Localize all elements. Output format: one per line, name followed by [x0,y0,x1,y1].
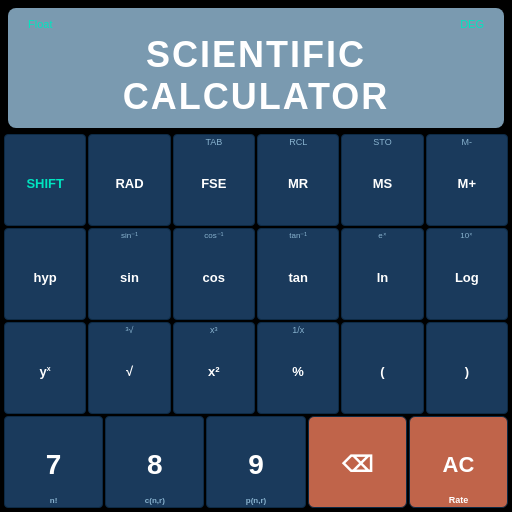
ac-button[interactable]: AC Rate [409,416,508,508]
pnr-label: p(n,r) [207,496,304,505]
eight-button[interactable]: 8 c(n,r) [105,416,204,508]
tan-label: tan [288,270,308,285]
percent-button[interactable]: 1/x % [257,322,339,414]
mr-label: MR [288,176,308,191]
sto-label: STO [342,137,422,147]
calculator: Float DEG SCIENTIFIC CALCULATOR SHIFT RA… [0,0,512,512]
log-label: Log [455,270,479,285]
log-button[interactable]: 10ˣ Log [426,228,508,320]
cbrt-label: ³√ [89,325,169,335]
eight-label: 8 [147,449,163,481]
fse-label: FSE [201,176,226,191]
rparen-button[interactable]: ) [426,322,508,414]
x2-label: x² [208,364,220,379]
lparen-label: ( [380,364,384,379]
seven-label: 7 [46,449,62,481]
nfact-label: n! [5,496,102,505]
button-row-1: SHIFT RAD TAB FSE RCL MR STO MS M- M+ [4,134,508,226]
button-row-2: hyp sin⁻¹ sin cos⁻¹ cos tan⁻¹ tan eˣ ln … [4,228,508,320]
yx-button[interactable]: yx [4,322,86,414]
mminus-label: M- [427,137,507,147]
float-label: Float [28,18,52,30]
mplus-label: M+ [458,176,476,191]
ac-label: AC [443,452,475,478]
delete-button[interactable]: ⌫ [308,416,407,508]
delete-label: ⌫ [342,452,373,478]
rparen-label: ) [465,364,469,379]
shift-button[interactable]: SHIFT [4,134,86,226]
display-area: Float DEG SCIENTIFIC CALCULATOR [8,8,504,128]
nine-button[interactable]: 9 p(n,r) [206,416,305,508]
lparen-button[interactable]: ( [341,322,423,414]
sin-label: sin [120,270,139,285]
percent-label: % [292,364,304,379]
display-top-labels: Float DEG [28,18,484,30]
sqrt-label: √ [126,364,133,379]
tab-label: TAB [174,137,254,147]
arcsin-label: sin⁻¹ [89,231,169,240]
yx-label: yx [40,364,51,379]
deg-label: DEG [460,18,484,30]
ln-button[interactable]: eˣ ln [341,228,423,320]
10x-label: 10ˣ [427,231,507,240]
rate-label: Rate [410,495,507,505]
rcl-label: RCL [258,137,338,147]
mplus-button[interactable]: M- M+ [426,134,508,226]
fse-button[interactable]: TAB FSE [173,134,255,226]
cos-button[interactable]: cos⁻¹ cos [173,228,255,320]
cnr-label: c(n,r) [106,496,203,505]
x3-label: x³ [174,325,254,335]
sin-button[interactable]: sin⁻¹ sin [88,228,170,320]
ln-label: ln [377,270,389,285]
hyp-button[interactable]: hyp [4,228,86,320]
arctan-label: tan⁻¹ [258,231,338,240]
hyp-label: hyp [34,270,57,285]
reciprocal-label: 1/x [258,325,338,335]
nine-label: 9 [248,449,264,481]
ms-label: MS [373,176,393,191]
buttons-container: SHIFT RAD TAB FSE RCL MR STO MS M- M+ [0,132,512,512]
display-main: SCIENTIFIC CALCULATOR [28,34,484,118]
ms-button[interactable]: STO MS [341,134,423,226]
cos-label: cos [203,270,225,285]
shift-label: SHIFT [26,176,64,191]
arccos-label: cos⁻¹ [174,231,254,240]
seven-button[interactable]: 7 n! [4,416,103,508]
tan-button[interactable]: tan⁻¹ tan [257,228,339,320]
button-row-4: 7 n! 8 c(n,r) 9 p(n,r) ⌫ AC Rate [4,416,508,508]
button-row-3: yx ³√ √ x³ x² 1/x % ( ) [4,322,508,414]
sqrt-button[interactable]: ³√ √ [88,322,170,414]
mr-button[interactable]: RCL MR [257,134,339,226]
rad-button[interactable]: RAD [88,134,170,226]
x2-button[interactable]: x³ x² [173,322,255,414]
rad-label: RAD [115,176,143,191]
ex-label: eˣ [342,231,422,240]
